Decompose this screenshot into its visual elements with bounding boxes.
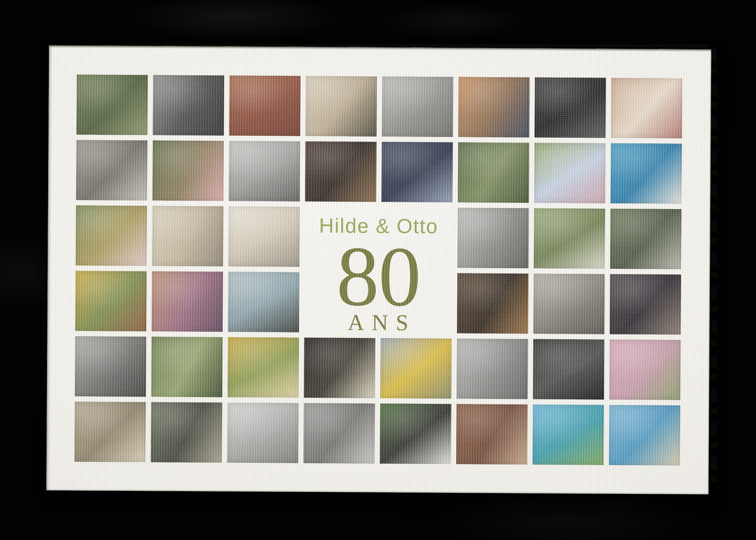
photo-tile <box>229 76 301 136</box>
photo-tile <box>458 77 530 137</box>
collage-grid: Hilde & Otto 80 ANS <box>74 74 682 466</box>
photo-tile <box>611 78 682 138</box>
photo-tile <box>457 273 528 334</box>
photo-tile <box>533 404 604 465</box>
photo-tile <box>76 140 147 200</box>
photo-tile <box>304 338 375 398</box>
photo-tile <box>151 337 223 397</box>
photo-tile <box>153 75 224 135</box>
photo-tile <box>227 403 299 463</box>
anniversary-number-text: 80 <box>336 243 420 310</box>
photo-tile <box>152 140 224 201</box>
photo-tile <box>533 274 605 334</box>
photo-tile <box>228 206 300 267</box>
photo-tile <box>457 338 528 399</box>
photo-tile <box>458 142 529 203</box>
photo-tile <box>152 271 223 332</box>
photo-tile <box>228 337 299 398</box>
photo-tile <box>456 404 528 464</box>
photo-tile <box>305 141 376 202</box>
photo-tile <box>534 78 606 138</box>
collage-canvas: Hilde & Otto 80 ANS <box>46 45 711 495</box>
photo-tile <box>152 206 223 266</box>
photo-tile <box>610 143 682 204</box>
product-backdrop: Hilde & Otto 80 ANS <box>0 0 756 540</box>
title-cell: Hilde & Otto 80 ANS <box>304 207 452 333</box>
photo-tile <box>609 405 680 466</box>
photo-tile <box>457 208 529 268</box>
photo-tile <box>76 74 148 135</box>
photo-tile <box>534 143 606 203</box>
right-edge-artifact <box>710 48 717 491</box>
photo-tile <box>229 141 300 202</box>
photo-tile <box>381 142 453 202</box>
photo-tile <box>74 402 146 462</box>
photo-tile <box>228 272 299 332</box>
photo-tile <box>610 209 682 269</box>
photo-tile <box>610 274 681 335</box>
photo-tile <box>75 336 146 397</box>
anniversary-caption-text: ANS <box>340 313 416 332</box>
photo-tile <box>305 76 377 137</box>
photo-tile <box>380 338 452 399</box>
photo-tile <box>75 271 147 331</box>
photo-tile <box>534 208 605 269</box>
photo-tile <box>380 403 451 464</box>
photo-tile <box>304 403 375 464</box>
photo-tile <box>76 205 147 266</box>
photo-tile <box>533 339 604 400</box>
photo-tile <box>609 340 681 400</box>
photo-tile <box>382 76 453 137</box>
photo-tile <box>151 402 222 462</box>
